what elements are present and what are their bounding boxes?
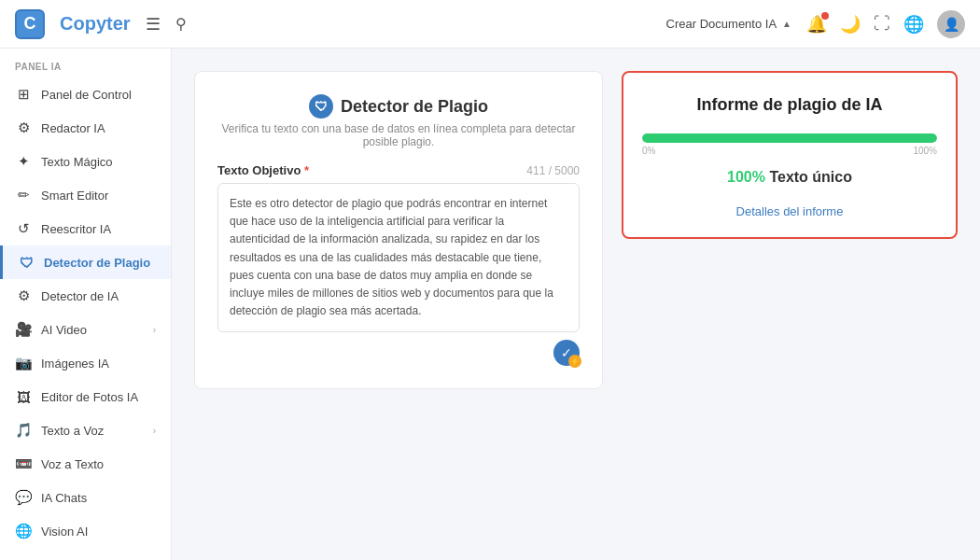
sidebar-item-detector-plagio[interactable]: 🛡 Detector de Plagio [0,245,171,279]
sidebar: PANEL IA ⊞ Panel de Control ⚙ Redactor I… [0,49,172,560]
crear-documento-button[interactable]: Crear Documento IA ▲ [666,17,791,31]
progress-labels: 0% 100% [642,146,937,156]
details-link[interactable]: Detalles del informe [642,204,937,218]
progress-label-0: 0% [642,146,655,156]
vision-ai-icon: 🌐 [15,523,32,539]
sidebar-section-label: PANEL IA [0,49,171,77]
report-title: Informe de plagio de IA [642,95,937,115]
check-icon-badge: ⚡ [568,355,581,368]
detector-ia-icon: ⚙ [15,287,32,304]
panel-header: 🛡 Detector de Plagio Verifica tu texto c… [217,94,580,148]
text-area-box[interactable]: Este es otro detector de plagio que podr… [217,183,580,332]
required-star: * [304,163,309,177]
panel-title: 🛡 Detector de Plagio [309,94,488,119]
sidebar-item-label: Detector de Plagio [44,256,150,270]
dark-mode-icon[interactable]: 🌙 [840,14,861,35]
texto-a-voz-icon: 🎵 [15,422,32,439]
user-avatar[interactable]: 👤 [937,10,965,38]
reescritor-ia-icon: ↺ [15,220,32,237]
language-icon[interactable]: 🌐 [903,14,924,35]
sidebar-item-detector-ia[interactable]: ⚙ Detector de IA [0,279,171,313]
chevron-right-icon: › [153,325,156,335]
sidebar-item-label: AI Video [41,323,87,337]
imagenes-ia-icon: 📷 [15,355,32,371]
sidebar-item-label: IA Chats [41,491,87,505]
search-icon[interactable]: ⚲ [175,15,187,33]
sidebar-item-label: Editor de Fotos IA [41,390,138,404]
redactor-ia-icon: ⚙ [15,119,32,136]
sidebar-item-label: Detector de IA [41,289,119,303]
sidebar-item-ai-video[interactable]: 🎥 AI Video › [0,313,171,346]
sidebar-item-label: Voz a Texto [41,457,104,471]
sidebar-item-texto-magico[interactable]: ✦ Texto Mágico [0,145,171,178]
panel-title-icon: 🛡 [309,94,333,119]
detector-plagio-icon: 🛡 [18,254,35,271]
sidebar-item-label: Imágenes IA [41,357,109,371]
sidebar-item-label: Reescritor IA [41,222,111,236]
sidebar-item-voz-a-texto[interactable]: 📼 Voz a Texto [0,447,171,481]
sidebar-item-texto-a-voz[interactable]: 🎵 Texto a Voz › [0,413,171,447]
progress-label-100: 100% [913,146,937,156]
main-content: 🛡 Detector de Plagio Verifica tu texto c… [172,49,980,560]
sidebar-item-label: Texto a Voz [41,424,104,438]
texto-magico-icon: ✦ [15,153,32,170]
sidebar-item-label: Texto Mágico [41,155,113,169]
sidebar-item-label: Redactor IA [41,121,105,135]
ia-chats-icon: 💬 [15,489,32,506]
progress-bar-track [642,133,937,143]
sidebar-item-ia-chats[interactable]: 💬 IA Chats [0,481,171,514]
sidebar-item-vision-ai[interactable]: 🌐 Vision AI [0,514,171,548]
editor-fotos-icon: 🖼 [15,388,32,405]
sidebar-item-panel-control[interactable]: ⊞ Panel de Control [0,77,171,111]
sidebar-item-editor-fotos-ia[interactable]: 🖼 Editor de Fotos IA [0,380,171,413]
sidebar-item-label: Panel de Control [41,88,132,102]
menu-icon[interactable]: ☰ [146,14,161,35]
notification-dot [821,12,829,20]
panel-control-icon: ⊞ [15,86,32,103]
notification-icon[interactable]: 🔔 [806,14,827,35]
unique-label: Texto único [769,169,852,185]
body: PANEL IA ⊞ Panel de Control ⚙ Redactor I… [0,49,980,560]
header-icons: 🔔 🌙 ⛶ 🌐 👤 [806,10,965,38]
sidebar-item-label: Smart Editor [41,189,108,203]
sidebar-item-label: Vision AI [41,525,88,539]
right-panel: Informe de plagio de IA 0% 100% 100% Tex… [622,71,958,239]
smart-editor-icon: ✏ [15,187,32,203]
header: C Copyter ☰ ⚲ Crear Documento IA ▲ 🔔 🌙 ⛶… [0,0,980,49]
check-submit-icon[interactable]: ✓ ⚡ [553,340,580,366]
panel-subtitle: Verifica tu texto con una base de datos … [217,122,580,148]
progress-bar-container: 0% 100% [642,133,937,156]
unique-percent: 100% [727,169,765,185]
fullscreen-icon[interactable]: ⛶ [874,14,890,34]
chevron-right-icon: › [153,426,156,436]
bottom-icon-row: ✓ ⚡ [217,340,580,366]
sidebar-item-smart-editor[interactable]: ✏ Smart Editor [0,178,171,212]
unique-text-row: 100% Texto único [642,169,937,186]
crear-doc-arrow-icon: ▲ [782,19,791,29]
char-count: 411 / 5000 [526,164,580,177]
text-field-label: Texto Objetivo * [217,163,309,177]
sidebar-item-reescritor-ia[interactable]: ↺ Reescritor IA [0,212,171,245]
logo-text: Copyter [60,13,131,35]
voz-a-texto-icon: 📼 [15,455,32,472]
logo-icon: C [15,9,45,39]
text-field-header: Texto Objetivo * 411 / 5000 [217,163,580,177]
left-panel: 🛡 Detector de Plagio Verifica tu texto c… [194,71,603,389]
sidebar-item-redactor-ia[interactable]: ⚙ Redactor IA [0,111,171,145]
sidebar-item-imagenes-ia[interactable]: 📷 Imágenes IA [0,346,171,380]
ai-video-icon: 🎥 [15,321,32,338]
progress-bar-fill [642,133,937,143]
